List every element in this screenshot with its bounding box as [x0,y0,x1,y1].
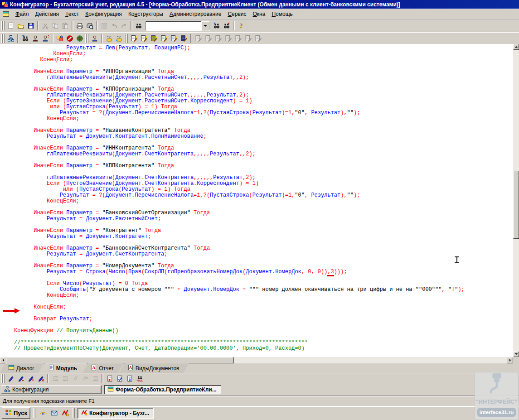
quick-launch: e [38,408,70,418]
global-search-button[interactable] [20,34,30,43]
picture-wizard-button[interactable] [243,34,253,43]
find-procedure-button[interactable]: PROC [135,373,145,383]
horizontal-scroll-thumb[interactable] [6,357,234,363]
chevron-down-icon [204,25,207,29]
window-data-structure-button[interactable] [6,34,16,43]
goto-definition-button[interactable] [105,373,115,383]
form-wizard-button[interactable] [129,34,139,43]
print-preview-button[interactable] [85,21,95,31]
menu-service[interactable]: Сервис [224,10,249,19]
bookmark-next-button[interactable] [16,373,26,383]
search-combobox[interactable] [146,21,210,31]
open-button[interactable] [16,21,26,31]
task-button[interactable]: Конфигуратор - Бухг... [78,408,154,419]
tab-module[interactable]: Модуль [40,363,87,373]
horizontal-scrollbar[interactable] [0,357,513,363]
open-configuration-button[interactable] [55,34,65,43]
properties-button[interactable] [99,21,109,31]
cut-button[interactable] [40,21,50,31]
tab-document-types[interactable]: AВидыДокументов [119,363,189,373]
find-previous-button[interactable] [222,21,232,31]
menu-actions[interactable]: Действия [32,10,63,19]
toolbar-grip[interactable] [1,21,5,30]
menu-configuration[interactable]: Конфигурация [82,10,125,19]
menu-help[interactable]: Помощь [268,10,296,19]
format-block-button[interactable] [90,373,100,383]
user-monitor-button[interactable] [30,34,40,43]
stop-access-button[interactable] [65,34,75,43]
load-changes-button[interactable] [104,34,114,43]
redo-button[interactable] [119,21,129,31]
bookmark-toggle-button[interactable] [6,373,16,383]
save-button[interactable] [26,21,36,31]
copy-button[interactable] [50,21,60,31]
menu-file[interactable]: Файл [12,10,32,19]
mdi-child-icon[interactable] [2,10,10,18]
start-button[interactable]: Пуск [2,407,30,419]
interface31-watermark: “ИНТЕРФЕЙС” interface31.ru [475,372,519,420]
window-title: Конфигуратор - Бухгалтерский учет, редак… [10,1,400,8]
indent-decrease-button[interactable] [60,373,70,383]
toolbar-grip[interactable] [125,34,128,43]
tab-dialog[interactable]: Диалог [0,363,44,373]
1c-enterprise-icon[interactable] [60,408,70,418]
vertical-scroll-thumb[interactable] [513,171,519,239]
vertical-scrollbar[interactable] [513,44,519,357]
find-next-button[interactable] [212,21,222,31]
internet-explorer-icon[interactable]: e [38,408,48,418]
window-button-form-processing[interactable]: Форма-Обработка.ПредприятиеКли... [104,385,221,394]
indent-increase-button[interactable] [50,373,60,383]
watermark-link[interactable]: interface31.ru [477,408,516,417]
comment-lines-button[interactable]: // [70,373,80,383]
goto-procedure-button[interactable] [125,373,135,383]
menu-windows[interactable]: Окна [250,10,269,19]
uncomment-lines-button[interactable]: // [80,373,90,383]
new-document-button[interactable] [6,21,16,31]
scroll-down-button[interactable] [513,351,519,357]
find-button[interactable] [134,21,144,31]
journal-wizard-button[interactable] [149,34,159,43]
scroll-up-button[interactable] [513,44,519,50]
sum-wizard-button[interactable] [213,34,223,43]
undo-button[interactable] [109,21,119,31]
module-code-editor[interactable]: Результат = Лев(Результат, ПозицияРС); К… [0,44,513,357]
scroll-left-button[interactable] [0,357,6,363]
menu-constructors[interactable]: Конструкторы [125,10,166,19]
user-list-button[interactable] [90,34,100,43]
toolbar-separator [233,21,235,30]
syntax-check-button[interactable] [115,373,125,383]
bookmark-clear-button[interactable] [36,373,46,383]
window-button-configuration[interactable]: Конфигурация [1,385,102,394]
print-wizard-button[interactable] [179,34,189,43]
toolbar-grip[interactable] [85,34,88,43]
sigma-wizard-button[interactable] [223,34,233,43]
print-button[interactable] [75,21,85,31]
export-wizard-button[interactable] [233,34,243,43]
scroll-right-button[interactable] [507,357,513,363]
paste-button[interactable] [60,21,70,31]
app-icon[interactable] [1,1,9,8]
bookmark-previous-button[interactable] [26,373,36,383]
list-wizard-button[interactable] [139,34,149,43]
toolbar-separator [131,21,132,30]
tab-report[interactable]: AОтчет [82,363,124,373]
menu-text[interactable]: Текст [62,10,82,19]
search-input[interactable] [146,22,201,30]
toolbar-separator [102,374,103,383]
menu-administration[interactable]: Администрирование [166,10,224,19]
code-line: КонецЕсли; [14,57,465,63]
combobox-dropdown-button[interactable] [201,21,209,30]
save-changes-button[interactable] [114,34,124,43]
help-button[interactable]: ? [236,21,246,31]
query-wizard-button[interactable] [159,34,169,43]
report-wizard-button[interactable] [194,34,204,43]
dialog-wizard-button[interactable] [169,34,179,43]
syntax-help-button[interactable]: ? [40,34,50,43]
outlook-express-icon[interactable] [49,408,59,418]
document-wizard-button[interactable] [204,34,213,43]
horizontal-scroll-track[interactable] [234,357,507,363]
table-wizard-button[interactable] [253,34,263,43]
toolbar-grip[interactable] [1,34,5,43]
toolbar-grip[interactable] [1,374,5,383]
web-publish-button[interactable] [75,34,85,43]
